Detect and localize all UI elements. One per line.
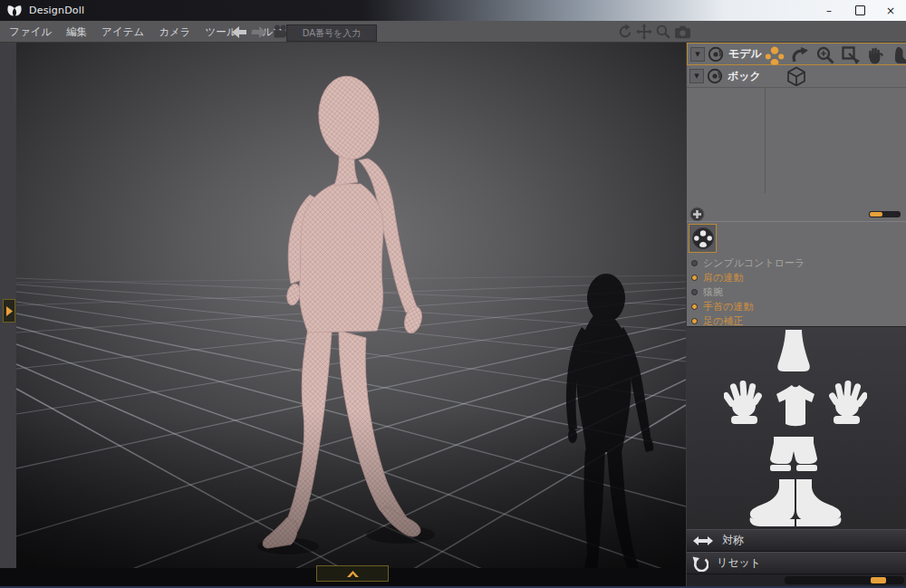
reset-label: リセット (717, 555, 761, 571)
body-parts-panel (687, 326, 906, 529)
right-panel: ▼ モデル (686, 43, 906, 588)
zoom-in-icon[interactable] (814, 44, 837, 66)
toggle-dot-icon[interactable] (691, 304, 698, 310)
designdoll-window: DesignDoll – × ファイル 編集 アイテム カメラ ツール ヘルプ (0, 0, 906, 588)
viewport-3d-canvas[interactable] (16, 43, 686, 568)
option-label[interactable]: 肩の連動 (703, 271, 743, 284)
da-number-input[interactable] (286, 24, 377, 42)
menu-item[interactable]: アイテム (101, 25, 144, 39)
box-dropdown-button[interactable]: ▼ (689, 69, 704, 83)
toggle-dot-icon[interactable] (691, 260, 698, 266)
rotate-view-icon[interactable] (617, 24, 633, 40)
simple-controller-item[interactable] (689, 224, 717, 253)
toggle-dot-icon[interactable] (691, 318, 698, 324)
cube-icon[interactable] (786, 66, 806, 86)
toggle-dot-icon[interactable] (691, 289, 698, 295)
forward-arrow-icon[interactable] (251, 26, 266, 38)
tree-row-box[interactable]: ▼ ボック (687, 65, 906, 88)
window-controls: – × (814, 0, 906, 21)
reset-button[interactable]: リセット (687, 552, 906, 574)
tree-zoom-slider-handle[interactable] (870, 212, 882, 217)
nav-group (232, 23, 290, 41)
close-button[interactable]: × (875, 0, 906, 21)
bottom-panel-expand-button[interactable] (316, 565, 389, 582)
add-item-button[interactable] (689, 207, 705, 222)
maximize-icon (855, 5, 865, 15)
section-divider (687, 221, 906, 222)
t-shirt-icon[interactable] (773, 383, 818, 430)
option-label[interactable]: シンプルコントローラ (703, 256, 805, 270)
model-dropdown-button[interactable]: ▼ (690, 47, 705, 62)
option-simple-controller[interactable]: シンプルコントローラ (691, 255, 805, 270)
menu-file[interactable]: ファイル (9, 25, 52, 39)
left-panel-expand-tab[interactable] (3, 299, 15, 323)
expand-left-arrow-icon (6, 306, 13, 316)
transform-box-icon[interactable] (839, 44, 863, 66)
screenshot-camera-icon[interactable] (674, 24, 691, 40)
rotate-item-icon[interactable] (788, 44, 812, 66)
box-target-circle-icon[interactable] (707, 68, 723, 84)
boots-icon[interactable] (746, 478, 845, 531)
back-arrow-icon[interactable] (232, 26, 247, 38)
glove-right-icon[interactable] (827, 379, 867, 429)
expand-up-arrow-icon (347, 571, 359, 577)
option-wrist-link[interactable]: 手首の連動 (691, 299, 753, 313)
skirt-icon[interactable] (773, 329, 814, 376)
simple-controller-doll-icon (691, 227, 715, 250)
symmetry-arrows-icon (692, 535, 714, 547)
tree-indent-line (765, 88, 766, 193)
tree-row-model[interactable]: ▼ モデル (687, 43, 906, 65)
hand-icon[interactable] (864, 44, 888, 66)
option-label[interactable]: 手首の連動 (703, 300, 753, 313)
glove-left-icon[interactable] (724, 379, 764, 429)
model-target-circle-icon[interactable] (708, 46, 724, 63)
model-tool-icons (763, 43, 906, 66)
pan-view-icon[interactable] (636, 24, 652, 40)
minimize-button[interactable]: – (814, 0, 844, 21)
doll-person-icon[interactable] (763, 44, 786, 66)
menu-bar: ファイル 編集 アイテム カメラ ツール ヘルプ (0, 21, 906, 43)
menu-camera[interactable]: カメラ (159, 25, 190, 39)
view-tools (617, 24, 691, 40)
option-monkey-arm[interactable]: 猿腕 (691, 284, 723, 299)
symmetry-button[interactable]: 対称 (687, 529, 906, 552)
title-bar: DesignDoll – × (0, 0, 906, 21)
menu-edit[interactable]: 編集 (66, 25, 87, 39)
panel-slider[interactable] (785, 576, 904, 584)
option-label[interactable]: 猿腕 (703, 285, 723, 299)
foot-icon[interactable] (890, 44, 906, 66)
toggle-dot-icon[interactable] (691, 275, 698, 281)
maximize-button[interactable] (844, 0, 875, 21)
option-shoulder-link[interactable]: 肩の連動 (691, 270, 743, 284)
tree-label-model[interactable]: モデル (728, 46, 762, 62)
reset-arrow-icon (692, 555, 708, 572)
symmetry-label: 対称 (722, 533, 744, 548)
panel-slider-handle[interactable] (871, 577, 886, 583)
designdoll-logo-icon (6, 5, 23, 17)
zoom-view-icon[interactable] (655, 24, 671, 40)
window-title: DesignDoll (29, 5, 84, 16)
tree-zoom-slider[interactable] (869, 211, 901, 217)
tree-label-box[interactable]: ボック (728, 69, 761, 84)
floor-vignette (16, 410, 686, 568)
shorts-icon[interactable] (768, 436, 819, 476)
